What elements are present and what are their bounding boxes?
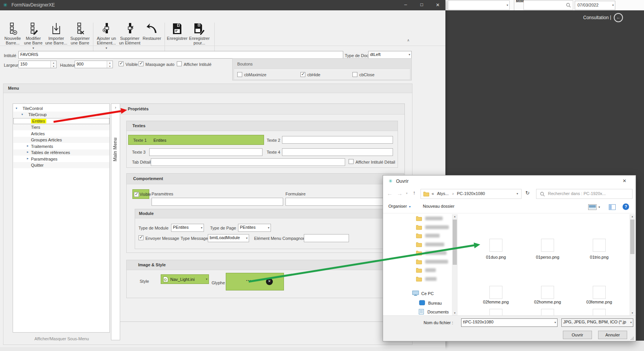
- file-thumbnail[interactable]: [541, 286, 554, 299]
- nav-up-button[interactable]: ↑: [413, 190, 416, 196]
- tree-item-label[interactable]: Paramétrages: [31, 157, 57, 161]
- redacted-folder-name[interactable]: [425, 234, 440, 238]
- new-bar-button[interactable]: NouvelleBarre...: [3, 22, 22, 50]
- texte3-input[interactable]: [149, 148, 262, 156]
- folder-icon[interactable]: [416, 225, 422, 230]
- delete-bar-button[interactable]: Supprimerune Barre: [69, 22, 91, 50]
- tree-item-label[interactable]: Quitter: [31, 163, 44, 167]
- file-thumbnail[interactable]: [489, 239, 502, 252]
- tree-item-label[interactable]: Entites: [31, 119, 46, 123]
- background-search-field[interactable]: [523, 0, 573, 10]
- folder-icon[interactable]: [416, 242, 422, 247]
- toggle-submenu-label[interactable]: Afficher/Masquer Sous-Menu: [34, 336, 89, 341]
- close-button[interactable]: ✕: [430, 0, 445, 10]
- import-bar-button[interactable]: Importerune Barre...: [45, 22, 67, 50]
- file-thumbnail[interactable]: [593, 239, 606, 252]
- redacted-folder-name[interactable]: [425, 251, 447, 255]
- file-thumbnail[interactable]: [541, 309, 554, 315]
- spinner-arrows[interactable]: ▴▾: [51, 61, 56, 68]
- nav-forward-button[interactable]: →: [397, 190, 403, 197]
- filetype-combo[interactable]: JPG, JPEG, PNG, BPM, ICO (*.jp ▾: [561, 318, 633, 327]
- file-name[interactable]: 02femme.png: [473, 300, 519, 304]
- type-module-combo[interactable]: PEntites▾: [171, 224, 204, 232]
- texte2-input[interactable]: [282, 136, 393, 144]
- intitule-input[interactable]: FAVORIS: [18, 51, 343, 59]
- resize-grip[interactable]: [630, 336, 634, 340]
- tree-row[interactable]: ► Traitements: [13, 143, 109, 149]
- add-element-button[interactable]: Ajouter un Elément... ▾: [96, 22, 117, 50]
- type-page-combo[interactable]: PEntites▾: [238, 224, 271, 232]
- tree-row[interactable]: ► Paramétrages: [13, 156, 109, 162]
- masquage-auto-checkbox[interactable]: [139, 61, 143, 66]
- tree-row[interactable]: Tiers: [13, 124, 109, 130]
- envoyer-message-checkbox[interactable]: [139, 235, 143, 240]
- back-circle-icon[interactable]: ←: [614, 13, 623, 22]
- parametres-input[interactable]: [152, 198, 283, 206]
- cbmaximize-checkbox[interactable]: [237, 72, 242, 77]
- cancel-button[interactable]: Annuler: [598, 331, 627, 339]
- tree-item-label[interactable]: Tables de références: [31, 150, 70, 155]
- save-as-button[interactable]: Enregistrerpour...: [188, 22, 210, 50]
- folder-icon[interactable]: [416, 233, 422, 238]
- tree-item-label[interactable]: TileControl: [23, 106, 43, 111]
- scrollbar-thumb[interactable]: [630, 220, 634, 254]
- save-button[interactable]: Enregistrer: [167, 22, 187, 50]
- file-name[interactable]: 01trio.png: [576, 255, 622, 259]
- tree-row[interactable]: Articles: [13, 131, 109, 137]
- nav-history-caret[interactable]: ▾: [406, 192, 408, 195]
- dialog-close-button[interactable]: ✕: [623, 178, 626, 184]
- crumb-overflow[interactable]: «: [432, 191, 434, 196]
- afficher-intitule-detail-checkbox[interactable]: [349, 159, 354, 164]
- file-thumbnail[interactable]: [593, 309, 606, 315]
- crumb-parent[interactable]: Atys...: [437, 191, 449, 196]
- cbhide-checkbox[interactable]: [300, 72, 305, 77]
- folder-icon[interactable]: [416, 250, 422, 256]
- sidebar-item-documents[interactable]: Documents: [427, 310, 449, 314]
- file-thumbnail[interactable]: [489, 309, 502, 315]
- breadcrumb[interactable]: « Atys... › PC-1920x1080 ▾: [421, 189, 522, 199]
- type-message-combo[interactable]: bmtLoadModule▾: [208, 234, 249, 242]
- redacted-folder-name[interactable]: [425, 277, 437, 281]
- redacted-folder-name[interactable]: [425, 217, 443, 220]
- file-name[interactable]: 01perso.png: [525, 255, 571, 259]
- texte1-field[interactable]: Texte 1 Entites: [128, 135, 264, 145]
- scroll-down-icon[interactable]: ▾: [629, 312, 635, 315]
- tree-item-label[interactable]: Articles: [31, 131, 45, 136]
- tree-expander-closed-icon[interactable]: ►: [26, 151, 29, 153]
- folder-icon[interactable]: [416, 267, 422, 273]
- element-compagnon-input[interactable]: [304, 234, 349, 242]
- help-icon[interactable]: ?: [623, 203, 629, 210]
- view-thumbnails-icon[interactable]: [588, 204, 597, 210]
- scrollbar-thumb[interactable]: [453, 220, 457, 265]
- folder-icon[interactable]: [416, 259, 422, 264]
- largeur-spinner[interactable]: 150 ▴▾: [18, 61, 57, 68]
- delete-element-button[interactable]: Supprimerun Elément: [119, 22, 141, 50]
- folder-icon[interactable]: [416, 276, 422, 282]
- view-caret[interactable]: ▾: [598, 205, 600, 209]
- side-tab-collapse-button[interactable]: ›: [111, 104, 120, 112]
- tree-item-label[interactable]: TileGroup: [28, 112, 47, 117]
- file-thumbnail[interactable]: [541, 239, 554, 252]
- redacted-folder-name[interactable]: [425, 268, 436, 272]
- hauteur-spinner[interactable]: 900 ▴▾: [75, 61, 113, 68]
- edit-bar-button[interactable]: Modifier une Barre ▾: [23, 22, 44, 50]
- tree-item-label[interactable]: Tiers: [31, 125, 40, 130]
- tree-row[interactable]: Quitter: [13, 162, 109, 168]
- tree-row[interactable]: ► Tables de références: [13, 149, 109, 156]
- refresh-button[interactable]: ↻: [525, 190, 530, 196]
- new-folder-button[interactable]: Nouveau dossier: [423, 204, 455, 208]
- date-picker[interactable]: 07/03/2022 ▾: [575, 1, 615, 10]
- nav-back-button[interactable]: ←: [387, 190, 393, 197]
- tree-expander-closed-icon[interactable]: ►: [26, 157, 29, 160]
- style-combo[interactable]: Nav_Light.ini ▾: [161, 274, 209, 284]
- tree-row[interactable]: ▾ TileControl: [13, 105, 109, 112]
- open-button[interactable]: Ouvrir: [563, 331, 592, 339]
- file-name[interactable]: 02homme.png: [525, 300, 571, 304]
- minimize-button[interactable]: ─: [398, 0, 413, 10]
- redacted-folder-name[interactable]: [425, 260, 448, 264]
- folder-icon[interactable]: [416, 216, 422, 221]
- dock-combo[interactable]: dtLeft▾: [368, 51, 412, 59]
- formulaire-input[interactable]: [285, 198, 390, 206]
- tab-detail-input[interactable]: [151, 158, 345, 166]
- tree-row[interactable]: Groupes Articles: [13, 137, 109, 143]
